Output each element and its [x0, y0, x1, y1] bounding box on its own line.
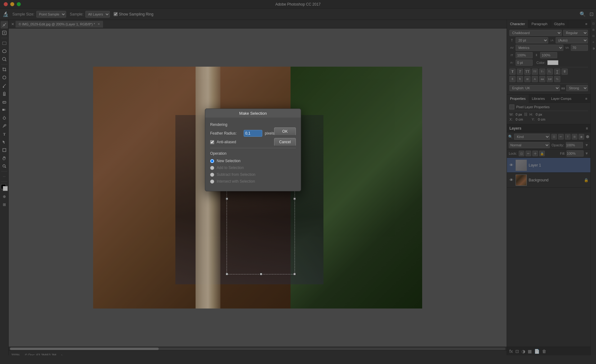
new-selection-row: New Selection — [210, 159, 296, 163]
add-to-selection-row: Add to Selection — [210, 166, 296, 170]
modal-overlay: Make Selection Rendering Feather Radius:… — [0, 0, 596, 364]
make-selection-dialog: Make Selection Rendering Feather Radius:… — [205, 109, 301, 191]
modal-divider — [210, 148, 296, 148]
anti-aliased-checkbox[interactable] — [210, 140, 214, 144]
subtract-row: Subtract from Selection — [210, 172, 296, 177]
cancel-button[interactable]: Cancel — [274, 138, 296, 146]
modal-buttons: OK Cancel — [274, 127, 296, 146]
feather-label: Feather Radius: — [210, 131, 241, 135]
intersect-radio[interactable] — [210, 180, 214, 184]
ok-button[interactable]: OK — [274, 127, 296, 135]
new-selection-label: New Selection — [217, 159, 241, 163]
operation-section-title: Operation — [210, 151, 296, 156]
new-selection-radio[interactable] — [210, 159, 214, 163]
subtract-radio[interactable] — [210, 173, 214, 177]
feather-input[interactable] — [244, 130, 262, 137]
intersect-label: Intersect with Selection — [217, 179, 255, 184]
feather-unit: pixels — [265, 131, 274, 135]
anti-aliased-label: Anti-aliased — [217, 140, 236, 144]
add-to-selection-radio[interactable] — [210, 166, 214, 170]
modal-body: Rendering Feather Radius: pixels Anti-al… — [205, 118, 301, 191]
modal-title: Make Selection — [205, 109, 301, 118]
add-to-selection-label: Add to Selection — [217, 166, 244, 170]
rendering-section-title: Rendering — [210, 122, 296, 127]
intersect-row: Intersect with Selection — [210, 179, 296, 184]
subtract-label: Subtract from Selection — [217, 172, 255, 177]
